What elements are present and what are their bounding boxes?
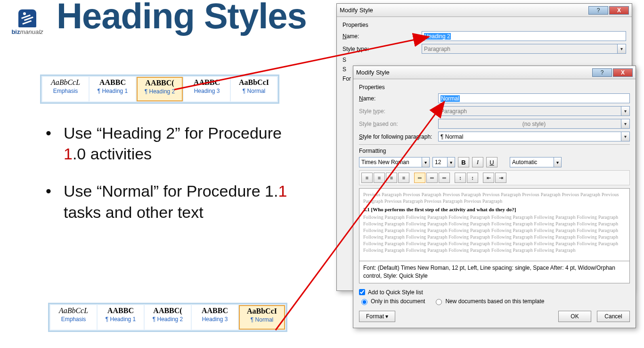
italic-button[interactable]: I (472, 157, 483, 167)
dialog-title-text: Modify Style (356, 69, 390, 76)
name-label: Name: (359, 95, 438, 102)
chevron-down-icon (621, 107, 629, 116)
styles-gallery-bottom[interactable]: AaBbCcL Emphasis AABBC ¶ Heading 1 AABBC… (48, 303, 287, 332)
dialog-title-bar[interactable]: Modify Style ? X (337, 4, 632, 17)
page-title: Heading Styles (57, 0, 307, 36)
new-documents-radio[interactable]: New documents based on this template (433, 298, 544, 305)
font-color-select[interactable]: Automatic (510, 157, 562, 167)
style-heading3[interactable]: AABBC Heading 3 (184, 77, 230, 101)
font-size-select[interactable]: 12 (432, 157, 455, 167)
spacing-2-icon[interactable]: ═ (439, 173, 450, 183)
chevron-down-icon[interactable] (617, 44, 626, 53)
style-normal[interactable]: AaBbCcI ¶ Normal (231, 77, 277, 101)
align-justify-icon[interactable]: ≡ (398, 173, 409, 183)
paragraph-toolbar: ≡ ≡ ≡ ≡ ═ ═ ═ ↕ ↕ ⇤ ⇥ (359, 170, 630, 185)
bizmanualz-logo: bizmanualz (4, 9, 51, 35)
add-quick-style-checkbox[interactable]: Add to Quick Style list (359, 289, 630, 296)
bullets-list: Use “Heading 2” for Procedure 1.0 activi… (45, 123, 299, 239)
name-label: Name: (342, 33, 422, 40)
style-heading3[interactable]: AABBC Heading 3 (192, 305, 238, 330)
bold-button[interactable]: B (458, 157, 469, 167)
styles-gallery-top[interactable]: AaBbCcL Emphasis AABBC ¶ Heading 1 AABBC… (40, 75, 279, 104)
chevron-down-icon[interactable] (447, 157, 455, 167)
style-normal-selected[interactable]: AaBbCcI ¶ Normal (239, 305, 285, 330)
style-following-select[interactable]: ¶ Normal (438, 132, 630, 141)
style-heading1[interactable]: AABBC ¶ Heading 1 (98, 305, 144, 330)
style-emphasis[interactable]: AaBbCcL Emphasis (42, 77, 89, 101)
font-family-select[interactable]: Times New Roman (359, 157, 430, 167)
style-following-label: Style for following paragraph: (359, 133, 438, 140)
style-based-on-label: Style based on: (359, 121, 438, 127)
align-right-icon[interactable]: ≡ (386, 173, 397, 183)
close-icon[interactable]: X (613, 68, 633, 77)
spacing-15-icon[interactable]: ═ (426, 173, 438, 183)
logo-text: bizmanualz (11, 28, 43, 35)
underline-button[interactable]: U (486, 157, 497, 167)
dialog-title-text: Modify Style (340, 7, 373, 14)
logo-icon (18, 9, 36, 27)
format-button[interactable]: Format ▾ (359, 311, 395, 322)
style-type-select: Paragraph (438, 106, 630, 116)
properties-label: Properties (342, 22, 626, 28)
align-center-icon[interactable]: ≡ (374, 173, 385, 183)
chevron-down-icon (621, 119, 629, 128)
only-this-document-radio[interactable]: Only in this document (359, 298, 425, 305)
style-type-label: Style type: (342, 46, 422, 52)
ok-button[interactable]: OK (558, 311, 591, 322)
style-name-input[interactable]: Heading 2 (422, 31, 626, 41)
space-before-icon[interactable]: ↕ (455, 173, 466, 183)
style-heading1[interactable]: AABBC ¶ Heading 1 (90, 77, 136, 101)
cancel-button[interactable]: Cancel (597, 311, 630, 322)
bullet-normal: Use “Normal” for Procedure 1.1 tasks and… (45, 181, 299, 222)
chevron-down-icon[interactable] (621, 132, 629, 141)
style-preview: Previous Paragraph Previous Paragraph Pr… (359, 188, 630, 261)
style-emphasis[interactable]: AaBbCcL Emphasis (50, 305, 97, 330)
modify-style-dialog-normal[interactable]: Modify Style ? X Properties Name: Normal… (353, 66, 636, 328)
style-heading2[interactable]: AABBC( ¶ Heading 2 (145, 305, 191, 330)
style-type-label: Style type: (359, 108, 438, 115)
style-name-input[interactable]: Normal (438, 93, 630, 103)
align-left-icon[interactable]: ≡ (361, 173, 373, 183)
help-icon[interactable]: ? (592, 68, 612, 77)
dialog-title-bar[interactable]: Modify Style ? X (353, 66, 636, 79)
bullet-heading2: Use “Heading 2” for Procedure 1.0 activi… (45, 123, 299, 164)
formatting-label: Formatting (359, 144, 630, 154)
increase-indent-icon[interactable]: ⇥ (495, 173, 506, 183)
properties-label: Properties (359, 84, 630, 91)
style-based-on-select: (no style) (438, 119, 630, 129)
chevron-down-icon[interactable] (422, 157, 429, 167)
chevron-down-icon[interactable] (554, 157, 561, 167)
style-description: Font: (Default) Times New Roman, 12 pt, … (359, 261, 630, 283)
help-icon[interactable]: ? (588, 6, 608, 15)
style-type-select[interactable]: Paragraph (422, 44, 626, 54)
spacing-1-icon[interactable]: ═ (414, 173, 425, 183)
decrease-indent-icon[interactable]: ⇤ (483, 173, 494, 183)
style-heading2-selected[interactable]: AABBC( ¶ Heading 2 (137, 77, 183, 101)
close-icon[interactable]: X (609, 6, 629, 15)
space-after-icon[interactable]: ↕ (467, 173, 478, 183)
